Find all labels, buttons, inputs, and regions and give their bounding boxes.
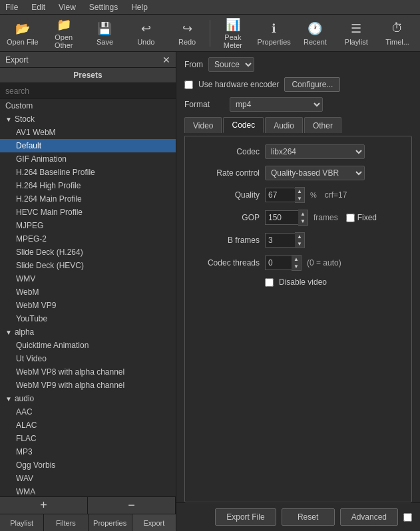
b-frames-input[interactable] <box>265 233 295 248</box>
preset-ut-video[interactable]: Ut Video <box>0 352 176 365</box>
preset-mp3[interactable]: MP3 <box>0 445 176 458</box>
export-header: Export ✕ <box>0 52 176 68</box>
menu-settings[interactable]: Settings <box>87 1 120 13</box>
preset-flac[interactable]: FLAC <box>0 432 176 445</box>
preset-mjpeg[interactable]: MJPEG <box>0 219 176 232</box>
codec-threads-spinner-buttons: ▲ ▼ <box>292 255 302 271</box>
properties-button[interactable]: ℹ Properties <box>254 17 294 50</box>
codec-threads-label: Codec threads <box>193 258 260 267</box>
preset-wma[interactable]: WMA <box>0 485 176 496</box>
preset-h264-main[interactable]: H.264 Main Profile <box>0 192 176 206</box>
add-preset-button[interactable]: + <box>0 497 88 514</box>
quality-decrement-button[interactable]: ▼ <box>295 195 304 202</box>
b-frames-row: B frames ▲ ▼ <box>193 232 403 248</box>
preset-youtube[interactable]: YouTube <box>0 312 176 325</box>
preset-webm[interactable]: WebM <box>0 285 176 299</box>
open-file-button[interactable]: 📂 Open File <box>3 17 43 50</box>
gop-decrement-button[interactable]: ▼ <box>298 218 308 225</box>
preset-group-alpha[interactable]: ▼alpha <box>0 325 176 339</box>
disable-video-checkbox[interactable] <box>265 278 274 287</box>
preset-mpeg2[interactable]: MPEG-2 <box>0 232 176 246</box>
gop-increment-button[interactable]: ▲ <box>298 210 308 218</box>
tab-properties[interactable]: Properties <box>89 514 132 531</box>
rate-control-select[interactable]: Quality-based VBR <box>265 166 365 180</box>
preset-h264-baseline[interactable]: H.264 Baseline Profile <box>0 166 176 179</box>
save-button[interactable]: 💾 Save <box>85 17 125 50</box>
quality-unit: % <box>310 191 317 199</box>
peak-meter-button[interactable]: 📊 Peak Meter <box>213 17 253 50</box>
rate-control-row: Rate control Quality-based VBR <box>193 166 403 180</box>
preset-h264-high[interactable]: H.264 High Profile <box>0 179 176 192</box>
quality-label: Quality <box>193 190 260 200</box>
menu-view[interactable]: View <box>56 1 79 13</box>
from-select[interactable]: Source <box>208 57 254 72</box>
preset-webm-vp9-alpha[interactable]: WebM VP9 with alpha channel <box>0 379 176 392</box>
advanced-button[interactable]: Advanced <box>340 508 398 526</box>
fixed-checkbox[interactable] <box>346 214 355 222</box>
codec-content: Codec libx264 Rate control Quality-based… <box>184 136 412 502</box>
codec-threads-decrement-button[interactable]: ▼ <box>292 263 301 270</box>
quality-input[interactable] <box>265 188 295 202</box>
quality-increment-button[interactable]: ▲ <box>295 188 304 195</box>
tab-playlist[interactable]: Playlist <box>0 514 44 531</box>
b-frames-increment-button[interactable]: ▲ <box>295 233 304 240</box>
tab-export[interactable]: Export <box>132 514 176 531</box>
tab-codec[interactable]: Codec <box>223 117 264 133</box>
menu-bar: File Edit View Settings Help <box>0 0 420 15</box>
playlist-button[interactable]: ☰ Playlist <box>336 17 376 50</box>
preset-wav[interactable]: WAV <box>0 472 176 485</box>
b-frames-decrement-button[interactable]: ▼ <box>295 240 304 248</box>
preset-av1-webm[interactable]: AV1 WebM <box>0 126 176 139</box>
close-icon[interactable]: ✕ <box>162 55 170 65</box>
tab-filters[interactable]: Filters <box>44 514 88 531</box>
codec-threads-spinner: ▲ ▼ <box>265 255 302 271</box>
preset-gif-animation[interactable]: GIF Animation <box>0 152 176 166</box>
configure-button[interactable]: Configure... <box>284 77 340 92</box>
crf-text: crf=17 <box>325 190 347 200</box>
hw-encoder-checkbox[interactable] <box>184 81 193 89</box>
menu-edit[interactable]: Edit <box>29 1 48 13</box>
preset-custom[interactable]: Custom <box>0 99 176 112</box>
redo-button[interactable]: ↪ Redo <box>167 17 207 50</box>
preset-wmv[interactable]: WMV <box>0 272 176 285</box>
preset-slide-deck-h264[interactable]: Slide Deck (H.264) <box>0 246 176 259</box>
preset-alac[interactable]: ALAC <box>0 419 176 432</box>
action-bar: Export File Reset Advanced <box>176 502 420 531</box>
search-input[interactable] <box>0 83 176 99</box>
remove-preset-button[interactable]: − <box>88 497 176 514</box>
action-checkbox[interactable] <box>403 513 412 522</box>
preset-slide-deck-hevc[interactable]: Slide Deck (HEVC) <box>0 259 176 272</box>
format-select[interactable]: mp4 <box>230 97 323 112</box>
preset-group-audio[interactable]: ▼audio <box>0 392 176 405</box>
preset-webm-vp8-alpha[interactable]: WebM VP8 with alpha channel <box>0 365 176 379</box>
codec-threads-increment-button[interactable]: ▲ <box>292 256 301 263</box>
quality-spinner: ▲ ▼ <box>265 187 305 203</box>
preset-default[interactable]: Default <box>0 139 176 152</box>
preset-webm-vp9[interactable]: WebM VP9 <box>0 299 176 312</box>
preset-group-stock[interactable]: ▼Stock <box>0 112 176 126</box>
undo-button[interactable]: ↩ Undo <box>126 17 166 50</box>
preset-ogg-vorbis[interactable]: Ogg Vorbis <box>0 458 176 472</box>
preset-quicktime-animation[interactable]: Quicktime Animation <box>0 339 176 352</box>
codec-row: Codec libx264 <box>193 144 403 159</box>
tab-video[interactable]: Video <box>184 117 222 133</box>
menu-help[interactable]: Help <box>128 1 150 13</box>
properties-icon: ℹ <box>266 21 282 37</box>
export-file-button[interactable]: Export File <box>215 508 276 526</box>
codec-threads-input[interactable] <box>265 256 292 270</box>
timeline-button[interactable]: ⏱ Timel... <box>377 17 417 50</box>
preset-hevc-main[interactable]: HEVC Main Profile <box>0 206 176 219</box>
recent-button[interactable]: 🕐 Recent <box>296 17 335 50</box>
reset-button[interactable]: Reset <box>282 508 335 526</box>
format-label: Format <box>184 100 224 109</box>
disable-video-row: Disable video <box>265 277 403 287</box>
menu-file[interactable]: File <box>3 1 21 13</box>
open-other-button[interactable]: 📁 Open Other <box>44 17 84 50</box>
tab-audio[interactable]: Audio <box>265 117 303 133</box>
preset-aac[interactable]: AAC <box>0 405 176 419</box>
codec-select[interactable]: libx264 <box>265 144 365 159</box>
presets-list: Custom ▼Stock AV1 WebM Default GIF Anima… <box>0 99 176 496</box>
gop-input[interactable] <box>265 210 298 225</box>
tab-other[interactable]: Other <box>304 117 341 133</box>
format-row: Format mp4 <box>176 97 420 117</box>
